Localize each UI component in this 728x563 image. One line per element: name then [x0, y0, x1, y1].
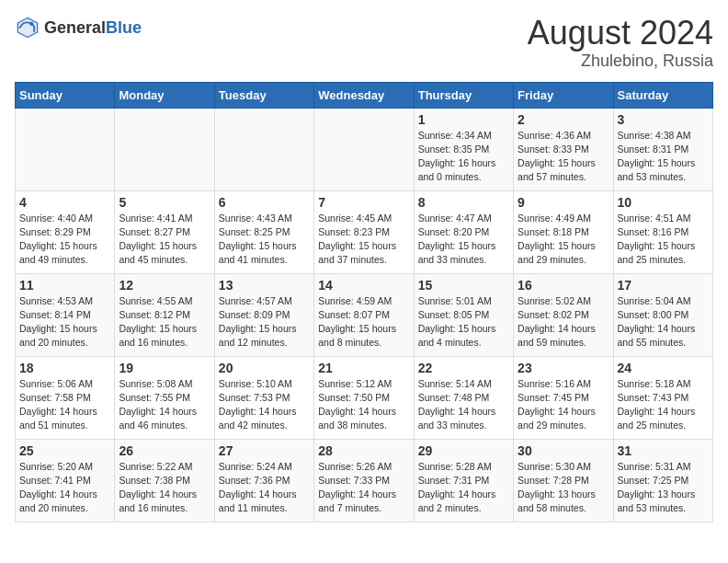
table-row: 4Sunrise: 4:40 AMSunset: 8:29 PMDaylight…	[16, 190, 115, 273]
day-number: 9	[518, 195, 609, 210]
day-number: 11	[19, 278, 110, 293]
day-info: Sunrise: 5:28 AMSunset: 7:31 PMDaylight:…	[418, 460, 509, 516]
day-info: Sunrise: 4:53 AMSunset: 8:14 PMDaylight:…	[19, 294, 110, 350]
day-info: Sunrise: 4:49 AMSunset: 8:18 PMDaylight:…	[518, 212, 609, 268]
table-row	[214, 108, 313, 190]
col-monday: Monday	[115, 82, 214, 108]
table-row: 8Sunrise: 4:47 AMSunset: 8:20 PMDaylight…	[414, 190, 513, 273]
day-info: Sunrise: 5:08 AMSunset: 7:55 PMDaylight:…	[119, 377, 210, 433]
logo-general: General	[44, 18, 106, 37]
day-number: 14	[318, 278, 409, 293]
day-number: 7	[318, 195, 409, 210]
table-row: 18Sunrise: 5:06 AMSunset: 7:58 PMDayligh…	[16, 356, 115, 439]
day-number: 30	[518, 443, 609, 458]
day-number: 5	[119, 195, 210, 210]
logo-icon	[15, 15, 40, 40]
table-row	[115, 108, 214, 190]
calendar-week-row: 25Sunrise: 5:20 AMSunset: 7:41 PMDayligh…	[16, 439, 713, 522]
day-info: Sunrise: 4:45 AMSunset: 8:23 PMDaylight:…	[318, 212, 409, 268]
day-info: Sunrise: 4:47 AMSunset: 8:20 PMDaylight:…	[418, 212, 509, 268]
day-info: Sunrise: 4:41 AMSunset: 8:27 PMDaylight:…	[119, 212, 210, 268]
day-info: Sunrise: 5:24 AMSunset: 7:36 PMDaylight:…	[219, 460, 310, 516]
table-row	[16, 108, 115, 190]
subtitle: Zhulebino, Russia	[528, 52, 713, 71]
day-info: Sunrise: 5:12 AMSunset: 7:50 PMDaylight:…	[318, 377, 409, 433]
table-row: 26Sunrise: 5:22 AMSunset: 7:38 PMDayligh…	[115, 439, 214, 522]
day-info: Sunrise: 4:59 AMSunset: 8:07 PMDaylight:…	[318, 294, 409, 350]
day-number: 17	[618, 278, 709, 293]
day-info: Sunrise: 5:26 AMSunset: 7:33 PMDaylight:…	[318, 460, 409, 516]
day-number: 23	[518, 361, 609, 375]
day-info: Sunrise: 4:40 AMSunset: 8:29 PMDaylight:…	[19, 212, 110, 268]
day-info: Sunrise: 4:36 AMSunset: 8:33 PMDaylight:…	[518, 129, 609, 185]
calendar-week-row: 11Sunrise: 4:53 AMSunset: 8:14 PMDayligh…	[16, 273, 713, 356]
day-info: Sunrise: 4:51 AMSunset: 8:16 PMDaylight:…	[618, 212, 709, 268]
page-header: GeneralBlue August 2024 Zhulebino, Russi…	[15, 15, 713, 71]
day-number: 27	[219, 443, 310, 458]
day-number: 1	[418, 112, 509, 127]
table-row: 2Sunrise: 4:36 AMSunset: 8:33 PMDaylight…	[514, 108, 613, 190]
day-number: 2	[518, 112, 609, 127]
table-row: 30Sunrise: 5:30 AMSunset: 7:28 PMDayligh…	[514, 439, 613, 522]
day-info: Sunrise: 4:43 AMSunset: 8:25 PMDaylight:…	[219, 212, 310, 268]
col-saturday: Saturday	[613, 82, 712, 108]
day-info: Sunrise: 5:04 AMSunset: 8:00 PMDaylight:…	[618, 294, 709, 350]
day-number: 31	[618, 443, 709, 458]
day-info: Sunrise: 5:30 AMSunset: 7:28 PMDaylight:…	[518, 460, 609, 516]
day-number: 28	[318, 443, 409, 458]
col-friday: Friday	[514, 82, 613, 108]
day-number: 22	[418, 361, 509, 375]
day-number: 4	[19, 195, 110, 210]
day-info: Sunrise: 5:18 AMSunset: 7:43 PMDaylight:…	[618, 377, 709, 433]
table-row: 21Sunrise: 5:12 AMSunset: 7:50 PMDayligh…	[314, 356, 414, 439]
day-number: 10	[618, 195, 709, 210]
day-number: 19	[119, 361, 210, 375]
col-thursday: Thursday	[414, 82, 513, 108]
day-number: 12	[119, 278, 210, 293]
day-info: Sunrise: 5:01 AMSunset: 8:05 PMDaylight:…	[418, 294, 509, 350]
table-row: 10Sunrise: 4:51 AMSunset: 8:16 PMDayligh…	[613, 190, 712, 273]
calendar-week-row: 4Sunrise: 4:40 AMSunset: 8:29 PMDaylight…	[16, 190, 713, 273]
col-tuesday: Tuesday	[214, 82, 313, 108]
day-number: 20	[219, 361, 310, 375]
day-info: Sunrise: 5:14 AMSunset: 7:48 PMDaylight:…	[418, 377, 509, 433]
table-row: 11Sunrise: 4:53 AMSunset: 8:14 PMDayligh…	[16, 273, 115, 356]
day-info: Sunrise: 5:22 AMSunset: 7:38 PMDaylight:…	[119, 460, 210, 516]
table-row: 29Sunrise: 5:28 AMSunset: 7:31 PMDayligh…	[414, 439, 513, 522]
table-row: 28Sunrise: 5:26 AMSunset: 7:33 PMDayligh…	[314, 439, 414, 522]
day-number: 3	[618, 112, 709, 127]
day-info: Sunrise: 4:57 AMSunset: 8:09 PMDaylight:…	[219, 294, 310, 350]
logo-blue: Blue	[106, 18, 142, 37]
svg-point-2	[29, 22, 33, 26]
table-row: 31Sunrise: 5:31 AMSunset: 7:25 PMDayligh…	[613, 439, 712, 522]
day-info: Sunrise: 5:06 AMSunset: 7:58 PMDaylight:…	[19, 377, 110, 433]
logo-text: GeneralBlue	[44, 18, 142, 38]
day-number: 13	[219, 278, 310, 293]
table-row: 24Sunrise: 5:18 AMSunset: 7:43 PMDayligh…	[613, 356, 712, 439]
table-row: 27Sunrise: 5:24 AMSunset: 7:36 PMDayligh…	[214, 439, 313, 522]
table-row: 19Sunrise: 5:08 AMSunset: 7:55 PMDayligh…	[115, 356, 214, 439]
table-row: 16Sunrise: 5:02 AMSunset: 8:02 PMDayligh…	[514, 273, 613, 356]
day-info: Sunrise: 5:10 AMSunset: 7:53 PMDaylight:…	[219, 377, 310, 433]
day-number: 15	[418, 278, 509, 293]
table-row: 15Sunrise: 5:01 AMSunset: 8:05 PMDayligh…	[414, 273, 513, 356]
table-row	[314, 108, 414, 190]
day-number: 16	[518, 278, 609, 293]
day-number: 8	[418, 195, 509, 210]
table-row: 25Sunrise: 5:20 AMSunset: 7:41 PMDayligh…	[16, 439, 115, 522]
day-info: Sunrise: 5:16 AMSunset: 7:45 PMDaylight:…	[518, 377, 609, 433]
day-number: 24	[618, 361, 709, 375]
title-block: August 2024 Zhulebino, Russia	[528, 15, 713, 71]
calendar-week-row: 1Sunrise: 4:34 AMSunset: 8:35 PMDaylight…	[16, 108, 713, 190]
table-row: 20Sunrise: 5:10 AMSunset: 7:53 PMDayligh…	[214, 356, 313, 439]
day-number: 6	[219, 195, 310, 210]
day-info: Sunrise: 4:34 AMSunset: 8:35 PMDaylight:…	[418, 129, 509, 185]
day-info: Sunrise: 4:38 AMSunset: 8:31 PMDaylight:…	[618, 129, 709, 185]
table-row: 1Sunrise: 4:34 AMSunset: 8:35 PMDaylight…	[414, 108, 513, 190]
main-title: August 2024	[528, 15, 713, 52]
day-number: 25	[19, 443, 110, 458]
day-info: Sunrise: 5:31 AMSunset: 7:25 PMDaylight:…	[618, 460, 709, 516]
calendar-week-row: 18Sunrise: 5:06 AMSunset: 7:58 PMDayligh…	[16, 356, 713, 439]
day-info: Sunrise: 5:20 AMSunset: 7:41 PMDaylight:…	[19, 460, 110, 516]
day-number: 26	[119, 443, 210, 458]
